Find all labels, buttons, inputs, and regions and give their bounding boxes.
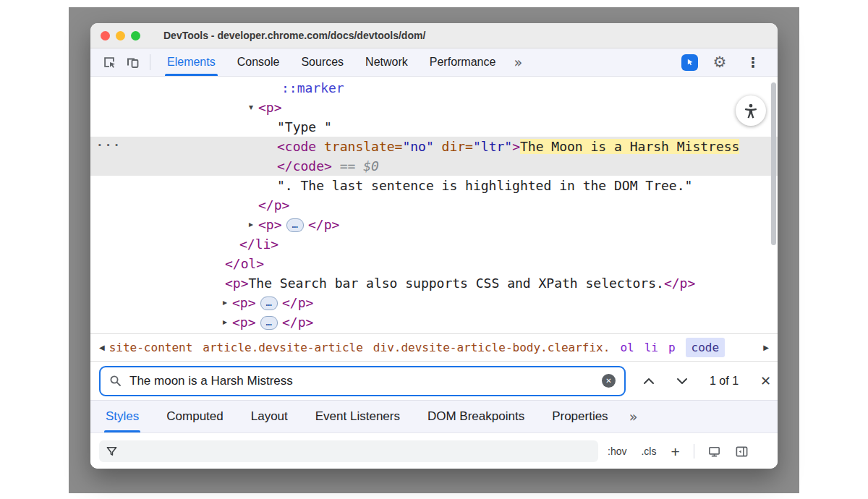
disclosure-right-icon[interactable]: ▸ [245, 215, 257, 234]
window-titlebar: DevTools - developer.chrome.com/docs/dev… [90, 23, 778, 48]
dom-tree-node[interactable]: ▾<p> [90, 98, 778, 117]
token-muted: == [332, 158, 363, 174]
tab-performance[interactable]: Performance [419, 48, 507, 76]
token-tag: <p> [232, 295, 256, 310]
breadcrumb-forward-icon[interactable]: ▶ [759, 341, 773, 354]
accessibility-button[interactable] [736, 95, 766, 126]
token-text [434, 139, 442, 154]
element-classes-button[interactable]: .cls [636, 443, 661, 460]
toolbar-divider [150, 54, 150, 70]
search-icon [109, 375, 122, 387]
devtools-toolbar: ElementsConsoleSourcesNetworkPerformance… [90, 48, 778, 77]
device-toolbar-icon[interactable] [121, 51, 144, 73]
inspect-element-icon[interactable] [98, 51, 121, 73]
sidebar-tab-layout[interactable]: Layout [251, 401, 288, 432]
expand-children-button[interactable]: … [260, 316, 278, 330]
token-tag: <code [277, 139, 324, 154]
search-results-count: 1 of 1 [710, 375, 739, 388]
token-val: "no" [402, 139, 433, 154]
sidebar-tab-styles[interactable]: Styles [106, 401, 139, 432]
dom-tree-node[interactable]: ···<code translate="no" dir="ltr">The Mo… [90, 137, 778, 156]
breadcrumb: site-contentarticle.devsite-articlediv.d… [109, 338, 760, 357]
dom-tree-node[interactable]: <p>The Search bar also supports CSS and … [90, 273, 778, 293]
token-tag: </p> [308, 217, 339, 232]
expand-children-button[interactable]: … [260, 297, 278, 310]
kebab-menu-icon[interactable]: ⋮ [741, 51, 765, 73]
filterbar-divider [694, 444, 694, 459]
dom-tree-node[interactable]: ▸<p>…</p> [90, 215, 778, 234]
toggle-sidebar-panel-icon[interactable] [731, 440, 754, 462]
next-result-chevron-icon[interactable] [671, 373, 694, 389]
clear-search-icon[interactable]: ✕ [602, 374, 616, 388]
toggle-element-state-button[interactable]: :hov [603, 443, 631, 460]
search-bar: ✕ 1 of 1 ✕ [90, 362, 778, 400]
more-sidebar-tabs-chevron-icon[interactable]: » [622, 409, 645, 425]
breadcrumb-item-li[interactable]: li [644, 341, 658, 354]
sidebar-tab-bar: StylesComputedLayoutEvent ListenersDOM B… [90, 400, 778, 433]
styles-filter-bar: :hov .cls + [90, 433, 778, 469]
token-tag: > [512, 139, 520, 154]
breadcrumb-item-p[interactable]: p [668, 341, 676, 354]
scrollbar-thumb[interactable] [771, 82, 776, 245]
filter-funnel-icon [106, 445, 118, 458]
close-search-icon[interactable]: ✕ [756, 372, 775, 389]
search-input[interactable] [128, 373, 595, 389]
token-tag: </p> [664, 276, 695, 291]
breadcrumb-item-ol[interactable]: ol [620, 341, 634, 354]
settings-gear-icon[interactable]: ⚙ [708, 51, 731, 73]
sidebar-tab-event-listeners[interactable]: Event Listeners [315, 401, 400, 432]
extension-icon[interactable] [681, 54, 698, 71]
toolbar-right-group: ⚙ ⋮ [681, 51, 770, 73]
tab-console[interactable]: Console [226, 48, 291, 76]
window-title: DevTools - developer.chrome.com/docs/dev… [163, 30, 425, 41]
sidebar-tab-properties[interactable]: Properties [552, 401, 608, 432]
token-var: $0 [363, 158, 379, 174]
breadcrumb-bar: ◀ site-contentarticle.devsite-articlediv… [90, 333, 778, 362]
dom-tree-node[interactable]: </code> == $0 [90, 156, 778, 176]
dom-tree-node[interactable]: </li> [90, 234, 778, 254]
token-text: The Search bar also supports CSS and XPa… [249, 276, 664, 291]
sidebar-tab-computed[interactable]: Computed [166, 401, 223, 432]
dom-tree-panel: ::marker▾<p>"Type "···<code translate="n… [90, 77, 778, 333]
new-style-rule-icon[interactable]: + [665, 444, 684, 459]
zoom-window-button[interactable] [131, 31, 140, 40]
minimize-window-button[interactable] [116, 31, 125, 40]
close-window-button[interactable] [101, 31, 110, 40]
dom-tree-node[interactable]: "Type " [90, 117, 778, 137]
more-panels-chevron-icon[interactable]: » [506, 54, 529, 70]
node-overflow-dots-icon[interactable]: ··· [96, 135, 122, 155]
sidebar-tab-dom-breakpoints[interactable]: DOM Breakpoints [427, 401, 524, 432]
expand-children-button[interactable]: … [286, 218, 304, 232]
desktop-backdrop: DevTools - developer.chrome.com/docs/dev… [69, 7, 799, 493]
tab-elements[interactable]: Elements [156, 48, 226, 76]
breadcrumb-back-icon[interactable]: ◀ [95, 341, 109, 354]
breadcrumb-item-div-devsite-article-body-clearfix[interactable]: div.devsite-article-body.clearfix. [373, 341, 610, 354]
previous-result-chevron-icon[interactable] [637, 373, 660, 389]
token-val: "ltr" [473, 139, 512, 154]
token-tag: </ol> [225, 256, 264, 271]
tab-network[interactable]: Network [354, 48, 419, 76]
vertical-scrollbar[interactable] [770, 78, 777, 332]
disclosure-down-icon[interactable]: ▾ [245, 98, 257, 117]
tab-sources[interactable]: Sources [290, 48, 354, 76]
search-box[interactable]: ✕ [99, 366, 626, 396]
token-attr: translate= [324, 139, 402, 154]
dom-tree-node[interactable]: ▸<p>…</p> [90, 293, 778, 312]
dom-tree-node[interactable]: </ol> [90, 254, 778, 273]
dom-tree-node[interactable]: ▸<p>…</p> [90, 312, 778, 332]
rendering-emulations-icon[interactable] [703, 440, 726, 462]
sidebar-tabs: StylesComputedLayoutEvent ListenersDOM B… [92, 401, 622, 432]
disclosure-right-icon[interactable]: ▸ [219, 312, 231, 332]
breadcrumb-item-code[interactable]: code [686, 338, 726, 357]
disclosure-right-icon[interactable]: ▸ [219, 293, 231, 312]
dom-tree-node[interactable]: ". The last sentence is highlighted in t… [90, 176, 778, 195]
dom-tree-node[interactable]: ::marker [90, 78, 778, 98]
token-pseudo: ::marker [281, 80, 344, 95]
token-tag: </li> [239, 236, 278, 252]
token-text: "Type " [277, 119, 332, 135]
breadcrumb-item-article-devsite-article[interactable]: article.devsite-article [203, 341, 363, 354]
token-tag: <p> [232, 315, 256, 330]
style-filter-input[interactable] [99, 440, 598, 462]
dom-tree-node[interactable]: </p> [90, 195, 778, 215]
breadcrumb-item-site-content[interactable]: site-content [109, 341, 193, 354]
